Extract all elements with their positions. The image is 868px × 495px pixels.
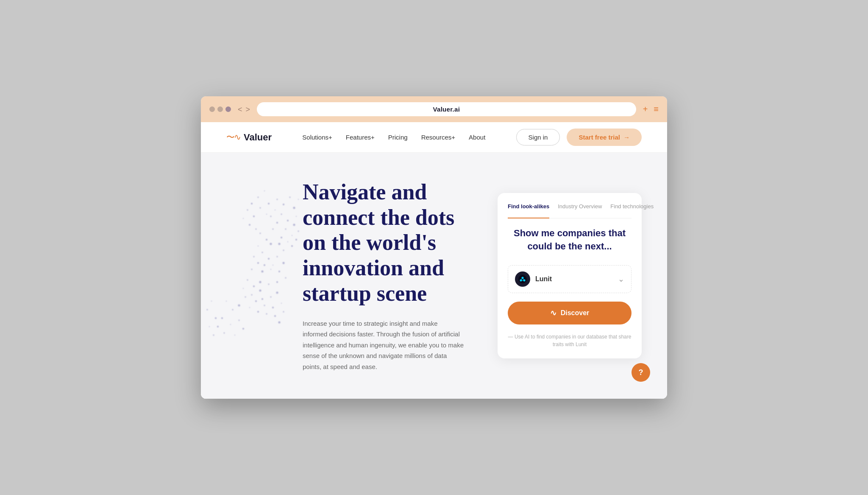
browser-window: < > Valuer.ai + ≡ 〜∿ Valuer Solutions+ F… [201, 96, 667, 399]
browser-dot-fullscreen[interactable] [225, 106, 231, 112]
widget-prompt-text: Show me companies that could be the next… [508, 227, 632, 253]
trial-label: Start free trial [579, 134, 620, 141]
sign-in-button[interactable]: Sign in [516, 129, 560, 145]
widget-footnote-text: — Use AI to find companies in our databa… [508, 333, 632, 348]
hero-section: // Generate dots via JS after render [201, 153, 667, 399]
browser-navigation: < > [238, 106, 250, 113]
browser-chrome: < > Valuer.ai + ≡ [201, 96, 667, 122]
nav-solutions[interactable]: Solutions+ [302, 134, 332, 141]
page-content: 〜∿ Valuer Solutions+ Features+ Pricing R… [201, 122, 667, 399]
nav-actions: Sign in Start free trial → [516, 129, 642, 146]
browser-forward-button[interactable]: > [246, 106, 250, 113]
logo[interactable]: 〜∿ Valuer [226, 131, 272, 143]
browser-traffic-lights [209, 106, 231, 112]
url-bar[interactable]: Valuer.ai [257, 102, 636, 116]
company-selector[interactable]: Lunit ⌄ [508, 265, 632, 293]
nav-links: Solutions+ Features+ Pricing Resources+ … [302, 134, 485, 141]
discover-label: Discover [561, 309, 590, 317]
svg-point-87 [518, 275, 527, 283]
hero-content: Navigate and connect the dots on the wor… [201, 179, 498, 372]
start-trial-button[interactable]: Start free trial → [567, 129, 642, 146]
browser-dot-close[interactable] [209, 106, 215, 112]
nav-features[interactable]: Features+ [346, 134, 375, 141]
discover-widget: Find look-alikes Industry Overview Find … [498, 193, 642, 358]
tab-find-technologies[interactable]: Find technologies [610, 203, 654, 213]
browser-back-button[interactable]: < [238, 106, 242, 113]
widget-tabs: Find look-alikes Industry Overview Find … [508, 203, 632, 218]
menu-icon[interactable]: ≡ [654, 104, 659, 114]
nav-pricing[interactable]: Pricing [388, 134, 408, 141]
nav-about[interactable]: About [469, 134, 485, 141]
tab-industry-overview[interactable]: Industry Overview [558, 203, 602, 213]
discover-wave-icon: ∿ [550, 308, 556, 318]
company-dropdown-chevron: ⌄ [618, 274, 624, 284]
new-tab-icon[interactable]: + [643, 104, 648, 114]
browser-actions: + ≡ [643, 104, 659, 114]
nav-resources[interactable]: Resources+ [421, 134, 455, 141]
hero-description: Increase your time to strategic insight … [303, 318, 464, 372]
tab-find-lookalikes[interactable]: Find look-alikes [508, 203, 549, 218]
company-logo-icon [515, 271, 530, 287]
logo-wave-icon: 〜∿ [226, 131, 240, 143]
company-name-label: Lunit [535, 275, 552, 283]
navbar: 〜∿ Valuer Solutions+ Features+ Pricing R… [201, 122, 667, 153]
logo-text: Valuer [244, 132, 272, 143]
company-info: Lunit [515, 271, 552, 287]
browser-dot-minimize[interactable] [217, 106, 223, 112]
help-button[interactable]: ? [632, 363, 650, 382]
trial-arrow-icon: → [623, 134, 630, 141]
discover-button[interactable]: ∿ Discover [508, 302, 632, 324]
hero-title: Navigate and connect the dots on the wor… [303, 179, 481, 306]
